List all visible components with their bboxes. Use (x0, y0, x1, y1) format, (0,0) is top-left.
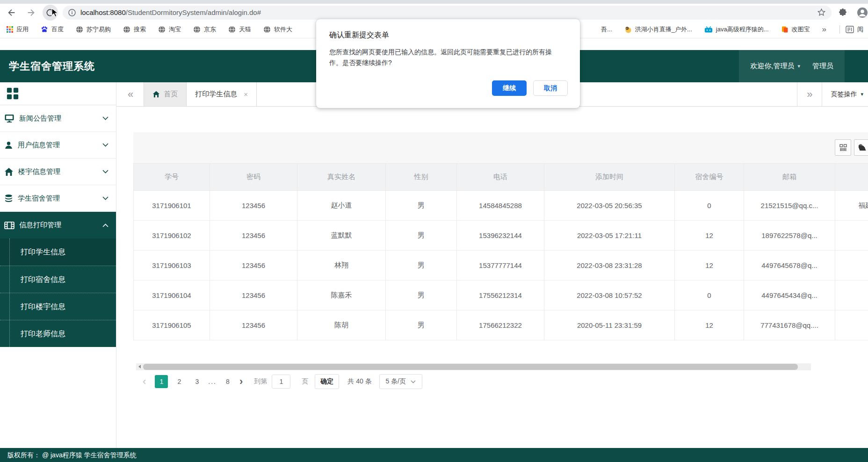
cell: 4497645678@q... (744, 251, 835, 280)
submenu-print-teacher-info[interactable]: 打印老师信息 (0, 320, 116, 347)
forward-icon[interactable] (23, 5, 38, 21)
sidebar-item-dormitory[interactable]: 学生宿舍管理 (0, 185, 116, 212)
goto-confirm-button[interactable]: 确定 (315, 374, 339, 389)
baidu-paw-icon (41, 26, 48, 33)
duck-icon (624, 26, 632, 33)
cell: 21521515@qq.c... (744, 191, 835, 220)
bookmark-java-programmer[interactable]: java高级程序猿的... (704, 25, 769, 34)
submenu-print-student-info[interactable]: 打印学生信息 (0, 238, 116, 266)
goto-page-input[interactable] (272, 375, 290, 389)
submenu-print-dorm-info[interactable]: 打印宿舍信息 (0, 266, 116, 293)
scrollbar-thumb[interactable] (143, 364, 798, 370)
welcome-dropdown[interactable]: 欢迎你,管理员 ▾ (750, 62, 800, 71)
extensions-puzzle-icon[interactable] (838, 8, 847, 17)
back-icon[interactable] (4, 5, 19, 21)
close-icon[interactable]: × (244, 90, 248, 98)
cell: 123456 (210, 251, 297, 280)
sidebar-item-print[interactable]: 信息打印管理 (0, 212, 116, 238)
bookmark-jd[interactable]: 京东 (193, 25, 216, 34)
cell: 1897622578@q... (744, 221, 835, 250)
page-ellipsis[interactable]: ... (208, 378, 217, 385)
bookmark-tmall[interactable]: 天猫 (228, 25, 251, 34)
cell: 2022-03-08 23:31:28 (544, 251, 675, 280)
column-header: 宿舍编号 (675, 164, 744, 190)
bookmark-partial[interactable]: 吾... (601, 25, 612, 34)
column-header: 邮箱 (744, 164, 835, 190)
scrollbar-track[interactable] (143, 363, 811, 370)
cell (835, 281, 868, 310)
columns-icon (839, 144, 847, 152)
cell: 2022-03-08 10:57:52 (544, 281, 675, 310)
avatar[interactable] (857, 7, 868, 18)
cell: 男 (386, 221, 457, 250)
bookmark-apps[interactable]: 应用 (7, 25, 29, 34)
next-page-icon[interactable]: › (239, 375, 243, 388)
submenu-print-building-info[interactable]: 打印楼宇信息 (0, 293, 116, 320)
page-number-2[interactable]: 2 (173, 375, 186, 388)
bookmark-gaitubao[interactable]: 改图宝 (781, 25, 810, 34)
page-number-1[interactable]: 1 (155, 375, 168, 388)
home-icon (152, 91, 160, 98)
tab-print-student-info[interactable]: 打印学生信息 × (187, 82, 257, 106)
column-header: 学号 (134, 164, 210, 190)
cancel-button[interactable]: 取消 (533, 80, 568, 96)
cell: 福建 (835, 191, 868, 220)
bookmark-suning[interactable]: 苏宁易购 (76, 25, 111, 34)
username-link[interactable]: 管理员 (812, 62, 833, 71)
horizontal-scrollbar[interactable] (136, 363, 811, 370)
url-bar[interactable]: localhost:8080/StudentDormitorySystem/ad… (63, 6, 832, 20)
table-row: 3171906105 123456 陈胡 男 17566212322 2020-… (133, 310, 868, 340)
column-header (835, 164, 868, 190)
bookmark-honghu-live[interactable]: 洪湖小肖直播_户外... (624, 25, 692, 34)
cell: 123456 (210, 281, 297, 310)
film-icon (4, 221, 14, 230)
cell: 2022-03-05 20:56:35 (544, 191, 675, 220)
bookmarks-overflow-chevron[interactable]: » (822, 25, 826, 34)
sidebar-collapse-toggle[interactable] (0, 82, 116, 105)
cell (835, 251, 868, 280)
column-header: 添加时间 (544, 164, 675, 190)
sidebar-item-buildings[interactable]: 楼宇信息管理 (0, 159, 116, 185)
chevron-down-icon (102, 116, 108, 120)
cell: 3171906102 (134, 221, 210, 250)
tabs-scroll-left-icon[interactable]: « (128, 88, 133, 101)
cell: 0 (675, 191, 744, 220)
tab-home[interactable]: 首页 (144, 82, 187, 106)
reading-list[interactable]: 阅 (846, 25, 863, 34)
page-unit-label: 页 (302, 377, 308, 386)
bookmark-search[interactable]: 搜索 (123, 25, 146, 34)
page-number-3[interactable]: 3 (190, 375, 203, 388)
page-number-8[interactable]: 8 (221, 375, 234, 388)
orange-doc-icon (781, 26, 788, 33)
cell: 3171906101 (134, 191, 210, 220)
tabs-scroll-right-icon[interactable]: » (797, 82, 822, 106)
main-area: « 首页 打印学生信息 × » 页签操作 ▾ (116, 82, 868, 448)
database-icon (4, 194, 13, 203)
continue-button[interactable]: 继续 (492, 80, 527, 96)
globe-icon (158, 26, 166, 33)
sidebar-item-users[interactable]: 用户信息管理 (0, 132, 116, 159)
bookmark-star-icon[interactable] (817, 8, 826, 17)
pagination: ‹ 1 2 3 ... 8 › 到第 页 确定 共 40 条 5 条/页 (143, 374, 422, 389)
column-header: 真实姓名 (297, 164, 386, 190)
column-header: 性别 (386, 164, 457, 190)
scroll-left-arrow[interactable] (136, 363, 143, 370)
table-panel: 学号 密码 真实姓名 性别 电话 添加时间 宿舍编号 邮箱 3171906101… (133, 132, 868, 340)
page-size-select[interactable]: 5 条/页 (379, 374, 422, 389)
bookmark-taobao[interactable]: 淘宝 (158, 25, 181, 34)
bookmark-software[interactable]: 软件大 (263, 25, 292, 34)
browser-tab-strip (0, 0, 868, 4)
cell: 12 (675, 251, 744, 280)
tab-operations-dropdown[interactable]: 页签操作 ▾ (822, 82, 868, 106)
site-info-icon[interactable] (68, 9, 76, 16)
cell (835, 221, 868, 250)
cell: 0 (675, 281, 744, 310)
export-button[interactable] (854, 139, 868, 156)
cell: 赵小道 (297, 191, 386, 220)
toggle-columns-button[interactable] (835, 139, 851, 156)
user-icon (4, 141, 13, 150)
prev-page-icon[interactable]: ‹ (143, 375, 146, 388)
cell: 12 (675, 221, 744, 250)
bookmark-baidu[interactable]: 百度 (41, 25, 64, 34)
sidebar-item-news[interactable]: 新闻公告管理 (0, 105, 116, 132)
